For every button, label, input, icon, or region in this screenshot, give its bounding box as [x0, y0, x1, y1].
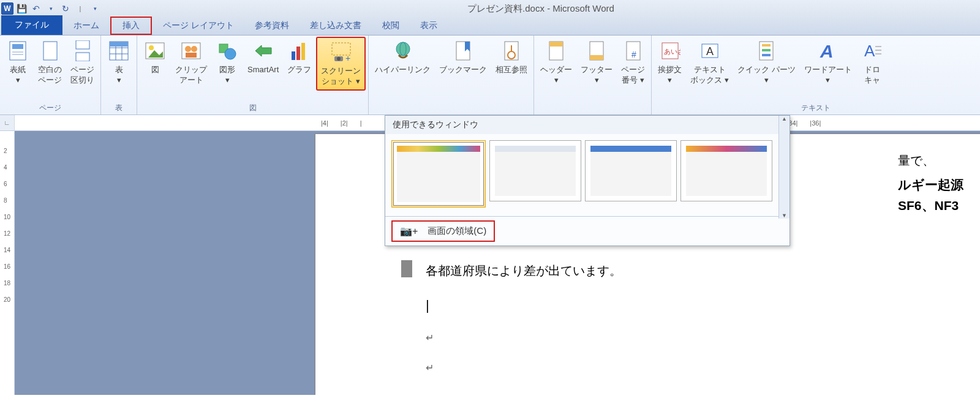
- greeting-icon: あいさつ: [658, 39, 682, 62]
- undo-icon[interactable]: ↶: [29, 2, 43, 15]
- svg-rect-25: [301, 43, 305, 60]
- ruler-v-tick: 16: [0, 263, 14, 280]
- undo-dropdown-icon[interactable]: ▾: [44, 2, 58, 15]
- svg-text:A: A: [706, 45, 714, 58]
- page-number-label: ページ 番号 ▾: [621, 65, 645, 86]
- body-text[interactable]: 各都道府県により差が出ています。: [426, 263, 945, 279]
- blank-page-button[interactable]: 空白の ページ: [34, 37, 66, 88]
- group-tables: 表 ▾ 表: [101, 36, 137, 114]
- screenshot-button[interactable]: + スクリーン ショット ▾: [316, 37, 366, 91]
- page-number-icon: #: [622, 39, 645, 62]
- cover-page-button[interactable]: 表紙 ▾: [2, 37, 33, 88]
- ruler-v-tick: 6: [0, 181, 14, 197]
- dropdown-footer: 📷+ 画面の領域(C): [385, 216, 790, 245]
- picture-icon: [143, 39, 167, 62]
- dropcap-button[interactable]: A ドロ キャ: [857, 37, 888, 88]
- table-label: 表 ▾: [115, 65, 123, 86]
- cross-reference-icon: [500, 39, 523, 62]
- header-label: ヘッダー ▾: [540, 65, 572, 86]
- ruler-v-tick: 4: [0, 164, 14, 181]
- ruler-v-tick: [0, 131, 14, 148]
- smartart-label: SmartArt: [247, 65, 279, 75]
- clipart-button[interactable]: クリップ アート: [172, 37, 211, 88]
- group-pages: 表紙 ▾ 空白の ページ ページ 区切り ページ: [0, 36, 101, 114]
- quick-parts-button[interactable]: クイック パーツ ▾: [734, 37, 799, 88]
- footer-label: フッター ▾: [581, 65, 612, 86]
- svg-point-14: [149, 45, 154, 50]
- svg-rect-3: [12, 54, 23, 55]
- tab-mailings[interactable]: 差し込み文書: [300, 17, 371, 35]
- tab-references[interactable]: 参考資料: [245, 17, 299, 35]
- ruler-h-tick: |2|: [341, 119, 348, 127]
- redo-icon[interactable]: ↻: [59, 2, 72, 15]
- picture-button[interactable]: 図: [140, 37, 170, 78]
- footer-button[interactable]: フッター ▾: [577, 37, 616, 88]
- hyperlink-button[interactable]: ハイパーリンク: [371, 37, 434, 78]
- clipart-icon: [179, 39, 203, 62]
- window-thumbnail-4[interactable]: [680, 140, 772, 201]
- ruler-v-tick: 20: [0, 296, 14, 313]
- cross-reference-label: 相互参照: [496, 65, 527, 75]
- textbox-icon: A: [698, 39, 722, 62]
- header-button[interactable]: ヘッダー ▾: [537, 37, 576, 88]
- page-number-button[interactable]: # ページ 番号 ▾: [617, 37, 649, 88]
- tab-home[interactable]: ホーム: [64, 17, 109, 35]
- tab-file[interactable]: ファイル: [1, 15, 62, 35]
- page-break-button[interactable]: ページ 区切り: [67, 37, 98, 88]
- shapes-button[interactable]: 図形 ▾: [212, 37, 243, 88]
- group-illustrations: 図 クリップ アート 図形 ▾ SmartArt グラフ + スクリーン ショッ…: [137, 36, 369, 114]
- svg-rect-49: [762, 49, 771, 51]
- textbox-button[interactable]: A テキスト ボックス ▾: [687, 37, 733, 88]
- page-break-icon: [71, 39, 94, 62]
- svg-rect-6: [76, 53, 89, 61]
- available-windows-list: [385, 134, 790, 216]
- ruler-v-tick: 12: [0, 230, 14, 247]
- window-thumbnail-3[interactable]: [585, 140, 677, 201]
- tab-view[interactable]: 表示: [410, 17, 447, 35]
- tab-review[interactable]: 校閲: [372, 17, 409, 35]
- window-thumbnail-1[interactable]: [391, 140, 486, 208]
- svg-rect-23: [292, 51, 295, 60]
- hyperlink-label: ハイパーリンク: [375, 65, 431, 75]
- ruler-v-tick: 10: [0, 214, 14, 230]
- ruler-h-tick: |36|: [810, 119, 821, 127]
- chart-button[interactable]: グラフ: [284, 37, 315, 78]
- table-button[interactable]: 表 ▾: [104, 37, 134, 88]
- bookmark-icon: [451, 39, 475, 62]
- blank-page-icon: [39, 39, 62, 62]
- svg-rect-19: [186, 53, 197, 58]
- header-icon: [545, 39, 568, 62]
- svg-rect-48: [762, 44, 771, 47]
- word-app-icon: W: [1, 2, 13, 15]
- screen-clipping-button[interactable]: 📷+ 画面の領域(C): [391, 220, 495, 242]
- shapes-label: 図形 ▾: [219, 65, 235, 86]
- window-thumbnail-2[interactable]: [489, 140, 581, 201]
- ruler-h-tick: |: [360, 119, 362, 127]
- greeting-label: 挨拶文 ▾: [658, 65, 682, 86]
- save-icon[interactable]: 💾: [15, 2, 28, 15]
- scroll-down-icon[interactable]: ▼: [782, 212, 787, 219]
- ruler-v-tick: 18: [0, 280, 14, 296]
- hyperlink-icon: [391, 39, 415, 62]
- smartart-button[interactable]: SmartArt: [244, 37, 282, 78]
- tab-insert[interactable]: 挿入: [110, 17, 152, 35]
- greeting-button[interactable]: あいさつ 挨拶文 ▾: [654, 37, 685, 88]
- qat-separator: |: [74, 2, 87, 15]
- blank-page-label: 空白の ページ: [38, 65, 62, 86]
- bookmark-button[interactable]: ブックマーク: [435, 37, 491, 78]
- group-header-footer-label: [537, 103, 649, 114]
- screen-clipping-text: 画面の領域(C): [428, 225, 486, 236]
- wordart-button[interactable]: A ワードアート ▾: [801, 37, 856, 88]
- cross-reference-button[interactable]: 相互参照: [492, 37, 531, 78]
- group-pages-label: ページ: [2, 102, 98, 114]
- svg-text:+: +: [345, 53, 350, 62]
- dropdown-scrollbar[interactable]: ▲ ▼: [778, 116, 790, 219]
- scroll-up-icon[interactable]: ▲: [782, 116, 787, 122]
- text-line: SF6、NF3: [898, 197, 963, 214]
- qat-customize-icon[interactable]: ▾: [88, 2, 102, 15]
- cover-page-label: 表紙 ▾: [10, 65, 26, 86]
- svg-point-21: [225, 48, 236, 59]
- paragraph-mark: ↵: [426, 362, 945, 373]
- page-partial-text: 量で、 ルギー起源 SF6、NF3: [898, 152, 963, 214]
- tab-page-layout[interactable]: ページ レイアウト: [153, 17, 244, 35]
